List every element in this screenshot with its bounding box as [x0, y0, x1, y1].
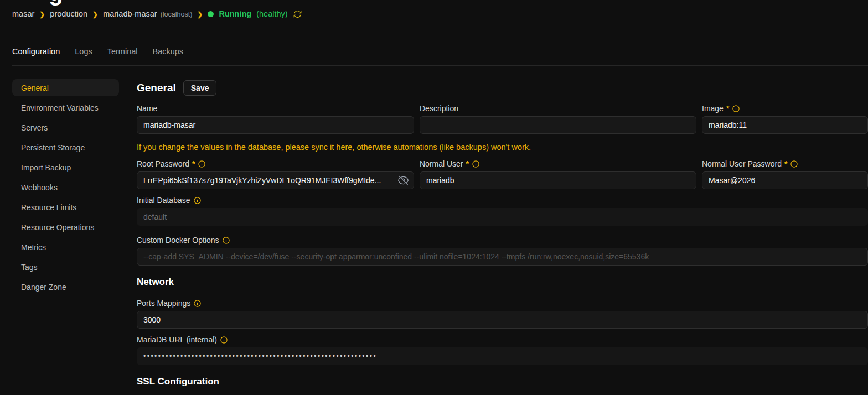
tab-configuration[interactable]: Configuration	[12, 47, 60, 56]
custom-docker-options-input[interactable]	[137, 248, 868, 266]
info-circle-icon[interactable]	[193, 299, 202, 308]
section-title-ssl: SSL Configuration	[137, 376, 868, 388]
field-image: Image *	[702, 104, 868, 134]
field-label-image: Image *	[702, 104, 868, 113]
description-input[interactable]	[420, 116, 696, 134]
field-name: Name	[137, 104, 414, 134]
refresh-arrows-icon[interactable]	[293, 9, 302, 19]
info-circle-icon[interactable]	[220, 336, 228, 344]
sidebar-item-environment-variables[interactable]: Environment Variables	[12, 99, 119, 116]
status-health: (healthy)	[256, 9, 287, 18]
tab-terminal[interactable]: Terminal	[107, 47, 138, 56]
field-normal-user: Normal User *	[420, 159, 696, 189]
field-root-password: Root Password *	[137, 159, 414, 189]
eye-slash-icon[interactable]	[397, 175, 409, 186]
field-custom-docker-options: Custom Docker Options	[137, 236, 868, 266]
field-label-initial-database: Initial Database	[137, 196, 868, 205]
field-label-ports-mappings: Ports Mappings	[137, 299, 868, 308]
sidebar-item-general[interactable]: General	[12, 79, 119, 96]
sidebar-item-persistent-storage[interactable]: Persistent Storage	[12, 139, 119, 156]
sidebar-item-metrics[interactable]: Metrics	[12, 238, 119, 256]
field-label-root-password: Root Password *	[137, 159, 414, 168]
info-circle-icon[interactable]	[193, 196, 202, 205]
sidebar-item-webhooks[interactable]: Webhooks	[12, 179, 119, 196]
tab-bar: Configuration Logs Terminal Backups	[0, 47, 868, 56]
name-input[interactable]	[137, 116, 414, 134]
sidebar-item-tags[interactable]: Tags	[12, 258, 119, 276]
info-circle-icon[interactable]	[472, 160, 480, 168]
ports-mappings-input[interactable]	[137, 311, 868, 329]
field-label-mariadb-url: MariaDB URL (internal)	[137, 335, 868, 344]
field-label-normal-user: Normal User *	[420, 159, 696, 168]
field-mariadb-url: MariaDB URL (internal)	[137, 335, 868, 365]
field-initial-database: Initial Database	[137, 196, 868, 226]
normal-user-input[interactable]	[420, 171, 696, 189]
chevron-right-icon: ❯	[197, 11, 203, 18]
tab-logs[interactable]: Logs	[75, 47, 92, 56]
field-normal-user-password: Normal User Password *	[702, 159, 868, 189]
sidebar-item-danger-zone[interactable]: Danger Zone	[12, 278, 119, 295]
field-label-custom-docker-options: Custom Docker Options	[137, 236, 868, 245]
info-circle-icon[interactable]	[790, 160, 798, 168]
field-ports-mappings: Ports Mappings	[137, 299, 868, 329]
info-circle-icon[interactable]	[198, 160, 206, 168]
field-label-name: Name	[137, 104, 414, 113]
sidebar-item-servers[interactable]: Servers	[12, 119, 119, 136]
breadcrumb-resource-host: (localhost)	[161, 11, 193, 18]
breadcrumb-resource[interactable]: mariadb-masar (localhost)	[103, 9, 192, 18]
breadcrumb-project[interactable]: masar	[12, 9, 34, 18]
chevron-right-icon: ❯	[39, 11, 45, 18]
sidebar-item-resource-limits[interactable]: Resource Limits	[12, 199, 119, 216]
section-title-network: Network	[137, 277, 868, 289]
save-button[interactable]: Save	[183, 80, 217, 96]
initial-database-input[interactable]	[137, 208, 868, 226]
required-marker: *	[726, 104, 729, 113]
chevron-right-icon: ❯	[92, 11, 98, 18]
field-label-description: Description	[420, 104, 696, 113]
info-circle-icon[interactable]	[732, 105, 740, 113]
sidebar-item-resource-operations[interactable]: Resource Operations	[12, 219, 119, 236]
status-dot-icon	[208, 11, 214, 17]
sync-warning-text: If you change the values in the database…	[137, 143, 868, 153]
image-input[interactable]	[702, 116, 868, 134]
field-description: Description	[420, 104, 696, 134]
sidebar-item-import-backup[interactable]: Import Backup	[12, 159, 119, 176]
general-settings-panel: General Save Name Description Image *	[137, 79, 868, 388]
normal-user-password-input[interactable]	[702, 171, 868, 189]
settings-sidebar: General Environment Variables Servers Pe…	[12, 79, 119, 298]
required-marker: *	[784, 159, 787, 168]
status-badge: Running	[219, 9, 251, 18]
required-marker: *	[192, 159, 195, 168]
section-title-general: General	[137, 82, 176, 94]
required-marker: *	[466, 159, 469, 168]
breadcrumb-environment[interactable]: production	[50, 9, 87, 18]
root-password-input[interactable]	[137, 171, 414, 189]
info-circle-icon[interactable]	[222, 236, 230, 245]
mariadb-url-input[interactable]	[137, 347, 868, 365]
page-title-partial: g	[0, 0, 166, 7]
tab-backups[interactable]: Backups	[153, 47, 184, 56]
field-label-normal-user-password: Normal User Password *	[702, 159, 868, 168]
